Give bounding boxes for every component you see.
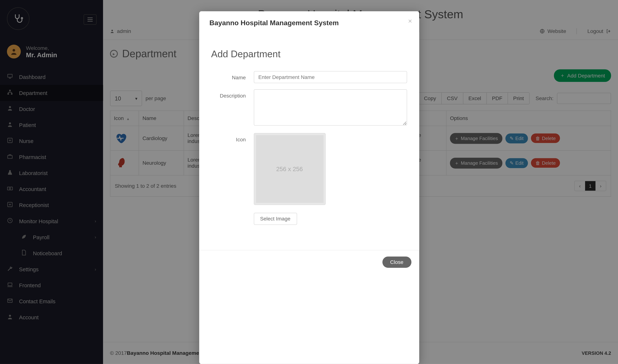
modal-close-button[interactable]: × [408,17,412,25]
close-icon: × [408,17,412,25]
name-label: Name [211,71,254,81]
department-name-input[interactable] [254,71,407,83]
icon-preview: 256 x 256 [254,133,326,205]
department-description-input[interactable] [254,89,407,126]
description-label: Description [211,89,254,99]
modal-header: Bayanno Hospital Management System × [199,11,419,32]
icon-label: Icon [211,133,254,143]
modal-title: Add Department [211,49,407,60]
add-department-modal: Bayanno Hospital Management System × Add… [199,11,419,364]
modal-footer: Close [199,250,419,274]
close-modal-button[interactable]: Close [382,257,411,268]
icon-preview-placeholder: 256 x 256 [256,135,323,203]
select-image-button[interactable]: Select Image [254,213,297,225]
modal-header-title: Bayanno Hospital Management System [209,19,409,27]
modal-overlay: Bayanno Hospital Management System × Add… [0,0,618,364]
